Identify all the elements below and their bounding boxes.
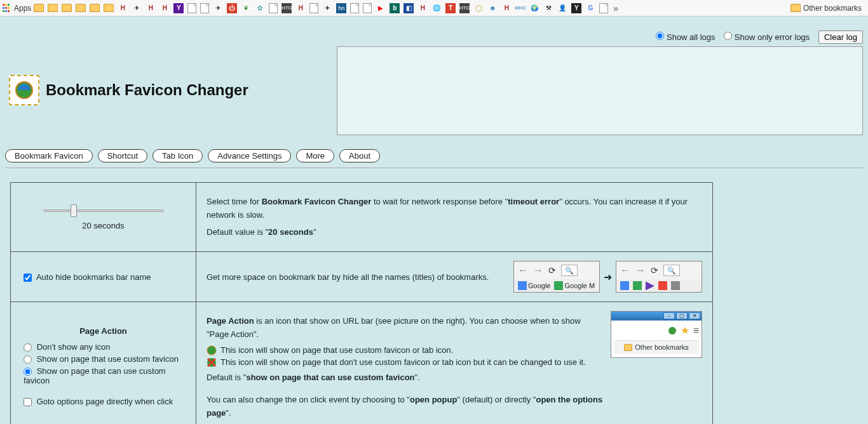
timeout-slider[interactable] [43, 209, 164, 212]
timeout-default: Default value is "20 seconds" [207, 226, 702, 239]
example-after-image: ←→⟳🔍 [616, 261, 702, 293]
tab-about[interactable]: About [339, 149, 380, 162]
show-error-logs-radio[interactable]: Show only error logs [724, 32, 810, 42]
page-icon[interactable] [350, 3, 359, 13]
overflow-chevron-icon[interactable]: » [611, 3, 621, 13]
opt-can-use-favicon[interactable]: Show on page that can use custom favicon [24, 366, 186, 385]
other-bookmarks-label: Other bookmarks [803, 4, 862, 13]
tab-shortcut[interactable]: Shortcut [98, 149, 147, 162]
bookmark-icon[interactable]: H [159, 3, 170, 13]
pa-click-desc: You can also change the on click event b… [207, 394, 603, 420]
bookmark-icon[interactable]: b [390, 3, 400, 13]
page-action-heading: Page Action [21, 326, 186, 336]
svg-point-7 [668, 327, 676, 335]
other-bookmarks-label: Other bookmarks [635, 343, 688, 351]
bookmark-icon[interactable]: G [585, 3, 595, 13]
page-action-example-image: – ▢ ✕ ★ ≡ Other boo [611, 311, 702, 358]
folder-icon [790, 4, 801, 12]
folder-icon[interactable] [76, 4, 86, 12]
bookmark-icon[interactable]: 🌍 [529, 3, 539, 13]
app-logo-icon [9, 75, 39, 105]
bookmark-icon[interactable]: ⚒ [543, 3, 553, 13]
auto-hide-checkbox[interactable]: Auto hide bookmarks bar name [24, 272, 151, 282]
pa-icon-desc-2: This icon will show on page that don't u… [207, 357, 603, 368]
bookmark-icon[interactable]: ◧ [403, 3, 414, 13]
bookmark-icon[interactable]: Y [571, 3, 581, 13]
pa-default: Default is "show on page that can use cu… [207, 371, 603, 385]
folder-icon[interactable] [90, 4, 100, 12]
page-icon[interactable] [309, 3, 318, 13]
app-brand: Bookmark Favicon Changer [9, 75, 248, 105]
page-icon[interactable] [200, 3, 209, 13]
bookmark-icon[interactable]: ▶ [376, 3, 386, 13]
bookmark-icon[interactable]: ❦ [241, 3, 251, 13]
star-icon: ★ [681, 324, 689, 336]
tab-bookmark-favicon[interactable]: Bookmark Favicon [5, 149, 93, 162]
auto-hide-desc: Get more space on bookmark bar by hide a… [207, 272, 510, 282]
settings-table: 20 seconds Select time for Bookmark Favi… [10, 182, 713, 424]
arrow-right-icon: ➜ [604, 271, 612, 283]
tabs-bar: Bookmark Favicon Shortcut Tab Icon Advan… [5, 149, 863, 168]
folder-icon[interactable] [34, 4, 44, 12]
bookmark-icon[interactable]: HTG [459, 3, 470, 13]
bookmark-icon[interactable]: HTG [281, 3, 292, 13]
tab-tab-icon[interactable]: Tab Icon [153, 149, 203, 162]
apps-label: Apps [14, 4, 31, 13]
bookmark-icon[interactable]: MHC [515, 3, 526, 13]
favicon-used-icon [207, 345, 217, 355]
bookmarks-bar: Apps H ✈ H H Y ✈ ⏻ ❦ ✿ HTG H ✈ hn ▶ b ◧ … [0, 0, 868, 17]
bookmarks-icons: H ✈ H H Y ✈ ⏻ ❦ ✿ HTG H ✈ hn ▶ b ◧ H 🌐 T… [34, 3, 608, 13]
bookmark-icon[interactable]: 👤 [557, 3, 567, 13]
page-title: Bookmark Favicon Changer [46, 81, 248, 99]
opt-no-icon[interactable]: Don't show any icon [24, 342, 186, 352]
bookmark-icon[interactable]: H [417, 3, 428, 13]
favicon-used-icon [668, 326, 677, 335]
timeout-desc: Select time for Bookmark Favicon Changer… [207, 195, 702, 222]
bookmark-icon[interactable]: ◯ [473, 3, 484, 13]
opt-custom-favicon[interactable]: Show on page that use custom favicon [24, 354, 186, 364]
pa-icon-desc-1: This icon will show on page that use cus… [207, 345, 603, 355]
other-bookmarks-button[interactable]: Other bookmarks [787, 4, 865, 13]
bookmark-icon[interactable]: Y [173, 3, 184, 13]
bookmark-icon[interactable]: H [146, 3, 156, 13]
apps-grid-icon [3, 4, 11, 13]
page-icon[interactable] [269, 3, 278, 13]
folder-icon[interactable] [104, 4, 114, 12]
bookmark-icon[interactable]: 🌐 [431, 3, 442, 13]
menu-icon: ≡ [693, 325, 699, 336]
page-icon[interactable] [599, 3, 608, 13]
bookmark-icon[interactable]: ☻ [487, 3, 498, 13]
bookmark-icon[interactable]: H [295, 3, 306, 13]
example-before-image: ←→⟳🔍 Google Google M [513, 261, 600, 293]
bookmark-icon[interactable]: H [501, 3, 512, 13]
log-output[interactable] [337, 46, 863, 135]
bookmark-icon[interactable]: ✈ [132, 3, 142, 13]
clear-log-button[interactable]: Clear log [818, 30, 863, 44]
page-icon[interactable] [363, 3, 372, 13]
bookmark-icon[interactable]: T [445, 3, 456, 13]
goto-options-checkbox[interactable]: Goto options page directly when click [24, 397, 186, 406]
log-controls: Show all logs Show only error logs Clear… [337, 30, 863, 44]
page-icon[interactable] [187, 3, 196, 13]
tab-advance-settings[interactable]: Advance Settings [208, 149, 291, 162]
tab-more[interactable]: More [296, 149, 334, 162]
folder-icon[interactable] [48, 4, 58, 12]
bookmark-icon[interactable]: ⏻ [227, 3, 237, 13]
bookmark-icon[interactable]: ✿ [255, 3, 265, 13]
show-all-logs-radio[interactable]: Show all logs [656, 32, 715, 42]
folder-icon [624, 344, 632, 351]
pa-desc-1: Page Action is an icon that show on URL … [207, 315, 603, 341]
maximize-icon: ▢ [676, 312, 688, 319]
apps-button[interactable]: Apps [3, 4, 31, 13]
bookmark-icon[interactable]: ✈ [213, 3, 223, 13]
favicon-unused-icon [207, 357, 217, 368]
bookmark-icon[interactable]: hn [336, 3, 346, 13]
folder-icon[interactable] [62, 4, 72, 12]
timeout-value: 20 seconds [21, 221, 186, 230]
bookmark-icon[interactable]: ✈ [322, 3, 332, 13]
minimize-icon: – [663, 312, 675, 319]
bookmark-icon[interactable]: H [118, 3, 128, 13]
close-icon: ✕ [689, 312, 700, 319]
